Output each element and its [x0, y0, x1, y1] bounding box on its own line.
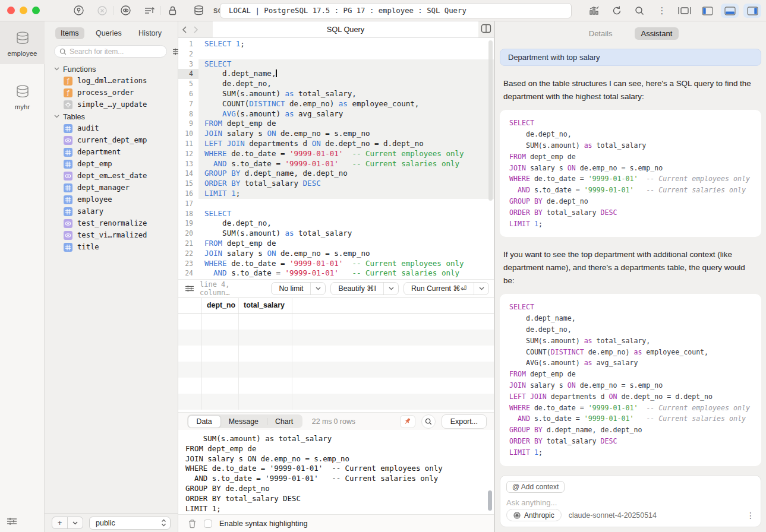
minimize-window-button[interactable] [20, 7, 27, 14]
column-header-total_salary[interactable]: total_salary [239, 298, 292, 313]
pin-results-button[interactable] [400, 415, 415, 428]
toggle-right-panel-button[interactable] [743, 4, 761, 18]
composer-options-button[interactable]: ⋮ [746, 511, 755, 520]
back-button[interactable] [182, 26, 187, 33]
sql-editor[interactable]: 1SELECT 1;2 3SELECT4 d.dept_name,5 de.de… [178, 38, 494, 279]
assistant-tabs: DetailsAssistant [495, 21, 766, 40]
sidebar: ItemsQueriesHistory Functionsƒlog_dml…er… [45, 21, 178, 532]
assistant-tab-details[interactable]: Details [582, 27, 619, 40]
assistant-conversation[interactable]: Department with top salary Based on the … [495, 45, 766, 474]
split-editor-button[interactable] [481, 24, 491, 33]
chevron-down-icon [54, 115, 59, 118]
editor-line-22: 22JOIN salary s ON de.emp_no = s.emp_no [178, 249, 494, 259]
add-item-button[interactable]: + [52, 517, 67, 528]
svg-text:ƒ: ƒ [66, 90, 70, 96]
editor-line-11: 11LEFT JOIN departments d ON de.dept_no … [178, 139, 494, 149]
tree-item-current_dept_emp[interactable]: current_dept_emp [45, 134, 178, 146]
connection-item-employee[interactable]: employee [0, 21, 45, 64]
syntax-highlight-checkbox[interactable] [204, 520, 212, 528]
tree-item-dept_emp[interactable]: dept_emp [45, 158, 178, 170]
assistant-tab-assistant[interactable]: Assistant [635, 27, 679, 40]
search-toolbar-button[interactable] [631, 3, 648, 18]
tree-item-department[interactable]: department [45, 146, 178, 158]
editor-line-5: 5 de.dept_no, [178, 79, 494, 89]
table-row[interactable] [178, 394, 494, 410]
sliders-icon [6, 517, 18, 526]
tree-item-simple__y_update[interactable]: simple_…y_update [45, 99, 178, 110]
tree-item-dept_em_est_date[interactable]: dept_em…est_date [45, 170, 178, 182]
column-header-dept_no[interactable]: dept_no [202, 298, 239, 313]
sidebar-tab-history[interactable]: History [133, 27, 167, 39]
changes-log-button[interactable] [140, 3, 158, 18]
toggle-left-panel-button[interactable] [698, 4, 716, 18]
schema-select[interactable]: public [89, 517, 171, 530]
forward-button[interactable] [193, 26, 198, 33]
zoom-window-button[interactable] [32, 7, 40, 14]
connection-item-myhr[interactable]: myhr [0, 75, 45, 118]
table-icon [64, 124, 72, 133]
results-tab-message[interactable]: Message [220, 416, 267, 428]
editor-line-13: 13 AND s.to_date = '9999-01-01' -- Curre… [178, 159, 494, 169]
clear-message-button[interactable] [188, 519, 197, 528]
tree-section-tables[interactable]: Tables [45, 110, 178, 122]
sliders-icon[interactable] [184, 284, 195, 293]
center-layout-button[interactable] [676, 3, 694, 18]
tree-section-functions[interactable]: Functions [45, 63, 178, 75]
tree-item-salary[interactable]: salary [45, 205, 178, 217]
tree-item-employee[interactable]: employee [45, 194, 178, 205]
table-row[interactable] [178, 378, 494, 394]
tree-item-process_order[interactable]: ƒprocess_order [45, 87, 178, 99]
table-row[interactable] [178, 330, 494, 346]
sidebar-search-input[interactable] [70, 48, 162, 56]
results-tab-chart[interactable]: Chart [267, 416, 301, 428]
tree-item-test_vi_rmalized[interactable]: test_vi…rmalized [45, 229, 178, 241]
sidebar-tab-queries[interactable]: Queries [90, 27, 127, 39]
connections-filter-button[interactable] [6, 517, 18, 526]
ask-input[interactable] [506, 498, 755, 507]
chart-button[interactable] [585, 3, 603, 18]
editor-scrollbar[interactable] [488, 40, 493, 201]
editor-line-21: 21FROM dept_emp de [178, 239, 494, 249]
message-panel[interactable]: SUM(s.amount) as total_salary FROM dept_… [178, 430, 494, 514]
provider-select[interactable]: Anthropic [506, 509, 562, 521]
table-row[interactable] [178, 314, 494, 330]
preview-button[interactable] [116, 3, 134, 18]
sidebar-tab-items[interactable]: Items [55, 27, 84, 39]
lock-button[interactable] [163, 3, 181, 18]
message-scrollbar[interactable] [488, 490, 492, 511]
close-window-button[interactable] [7, 7, 15, 14]
database-icon [193, 5, 204, 16]
assistant-composer: @ Add context Anthropic claude-sonnet-4-… [500, 475, 761, 527]
add-item-dropdown-button[interactable] [68, 517, 83, 528]
more-options-button[interactable]: ⋮ [653, 3, 671, 18]
tree-item-dept_manager[interactable]: dept_manager [45, 182, 178, 194]
assistant-code-block-1[interactable]: SELECT de.dept_no, SUM(s.amount) as tota… [500, 110, 761, 237]
table-icon [64, 243, 72, 252]
refresh-button[interactable] [608, 3, 626, 18]
elapsed-time: 22 ms [312, 417, 332, 426]
beautify-button[interactable]: Beautify ⌘I [330, 282, 399, 295]
svg-text:ƒ: ƒ [66, 78, 70, 84]
assistant-code-block-2[interactable]: SELECT d.dept_name, de.dept_no, SUM(s.am… [500, 294, 761, 466]
search-results-button[interactable] [421, 414, 436, 429]
location-pin-button[interactable] [70, 3, 87, 18]
table-row[interactable] [178, 346, 494, 362]
results-tab-data[interactable]: Data [188, 416, 220, 428]
tree-item-test_renormalize[interactable]: test_renormalize [45, 217, 178, 229]
results-tabs: DataMessageChart [187, 414, 302, 428]
tree-item-audit[interactable]: audit [45, 122, 178, 134]
toggle-bottom-panel-button[interactable] [721, 4, 739, 18]
database-button[interactable] [190, 3, 207, 18]
sidebar-search-box[interactable] [54, 45, 167, 58]
run-current-button[interactable]: Run Current ⌘⏎ [404, 282, 489, 295]
table-row[interactable] [178, 362, 494, 378]
editor-tab-title[interactable]: SQL Query [213, 21, 478, 37]
center-panel-icon [677, 6, 692, 15]
export-button[interactable]: Export... [442, 414, 487, 429]
add-context-chip[interactable]: @ Add context [506, 481, 565, 493]
tree-item-log_dml_erations[interactable]: ƒlog_dml…erations [45, 75, 178, 87]
message-footer: Enable syntax highlighting [178, 514, 494, 532]
tree-item-title[interactable]: title [45, 241, 178, 253]
results-body[interactable] [178, 314, 494, 410]
limit-dropdown[interactable]: No limit [271, 282, 326, 295]
